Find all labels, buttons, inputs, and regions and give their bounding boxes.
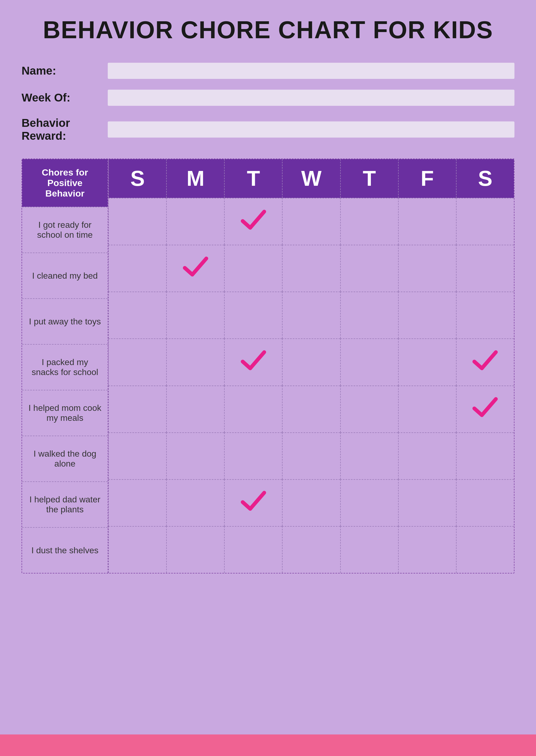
cell-row0-col5[interactable]	[398, 198, 456, 245]
name-row: Name:	[21, 63, 515, 79]
cell-row3-col5[interactable]	[398, 338, 456, 385]
cell-row0-col3[interactable]	[282, 198, 340, 245]
cell-row4-col6[interactable]	[456, 386, 514, 432]
cell-row1-col6[interactable]	[456, 245, 514, 292]
cell-row6-col0[interactable]	[108, 479, 166, 526]
cell-row1-col1[interactable]	[166, 245, 224, 292]
footer-bar	[0, 735, 536, 756]
day-header-0: S	[108, 159, 166, 198]
name-input[interactable]	[108, 63, 515, 79]
cell-row3-col3[interactable]	[282, 338, 340, 385]
chore-row-2: I put away the toys	[22, 298, 108, 344]
checkmark-icon	[240, 347, 267, 378]
cell-row4-col0[interactable]	[108, 386, 166, 432]
cell-row7-col0[interactable]	[108, 526, 166, 573]
cell-row5-col3[interactable]	[282, 432, 340, 479]
chore-row-6: I helped dad water the plants	[22, 481, 108, 527]
day-header-2: T	[224, 159, 282, 198]
cell-row7-col5[interactable]	[398, 526, 456, 573]
day-header-5: F	[398, 159, 456, 198]
cell-row5-col1[interactable]	[166, 432, 224, 479]
cell-row1-col2[interactable]	[224, 245, 282, 292]
chore-row-3: I packed my snacks for school	[22, 344, 108, 390]
checkmark-icon	[472, 394, 499, 425]
cell-row6-col2[interactable]	[224, 479, 282, 526]
cell-row0-col6[interactable]	[456, 198, 514, 245]
form-section: Name: Week Of: Behavior Reward:	[21, 63, 515, 142]
cell-row4-col3[interactable]	[282, 386, 340, 432]
reward-row: Behavior Reward:	[21, 116, 515, 142]
chores-column: Chores for Positive Behavior I got ready…	[22, 159, 108, 573]
day-header-1: M	[166, 159, 224, 198]
cell-row5-col6[interactable]	[456, 432, 514, 479]
cell-row6-col6[interactable]	[456, 479, 514, 526]
cell-row3-col6[interactable]	[456, 338, 514, 385]
cell-row7-col6[interactable]	[456, 526, 514, 573]
reward-label: Behavior Reward:	[21, 116, 108, 142]
cell-row3-col0[interactable]	[108, 338, 166, 385]
checkmark-icon	[240, 487, 267, 518]
reward-input[interactable]	[108, 121, 515, 138]
cell-row1-col0[interactable]	[108, 245, 166, 292]
checkmark-icon	[182, 253, 209, 284]
cell-row2-col6[interactable]	[456, 292, 514, 338]
cell-row2-col4[interactable]	[340, 292, 398, 338]
chores-header: Chores for Positive Behavior	[22, 159, 108, 207]
cell-row7-col4[interactable]	[340, 526, 398, 573]
chore-row-7: I dust the shelves	[22, 527, 108, 573]
cell-row2-col3[interactable]	[282, 292, 340, 338]
cell-row3-col2[interactable]	[224, 338, 282, 385]
chore-row-4: I helped mom cook my meals	[22, 390, 108, 436]
chore-row-0: I got ready for school on time	[22, 207, 108, 253]
cell-row1-col4[interactable]	[340, 245, 398, 292]
cell-row3-col4[interactable]	[340, 338, 398, 385]
cell-row5-col4[interactable]	[340, 432, 398, 479]
week-input[interactable]	[108, 90, 515, 106]
cell-row1-col5[interactable]	[398, 245, 456, 292]
days-grid: SMTWTFS	[108, 159, 514, 573]
cell-row7-col1[interactable]	[166, 526, 224, 573]
name-label: Name:	[21, 64, 108, 77]
cell-row7-col3[interactable]	[282, 526, 340, 573]
chore-row-5: I walked the dog alone	[22, 436, 108, 481]
cell-row2-col1[interactable]	[166, 292, 224, 338]
cell-row0-col2[interactable]	[224, 198, 282, 245]
cell-row4-col1[interactable]	[166, 386, 224, 432]
checkmark-icon	[240, 206, 267, 237]
cell-row0-col0[interactable]	[108, 198, 166, 245]
cell-row6-col4[interactable]	[340, 479, 398, 526]
cell-row0-col1[interactable]	[166, 198, 224, 245]
day-header-3: W	[282, 159, 340, 198]
cell-row7-col2[interactable]	[224, 526, 282, 573]
cell-row6-col5[interactable]	[398, 479, 456, 526]
cell-row2-col5[interactable]	[398, 292, 456, 338]
cell-row4-col5[interactable]	[398, 386, 456, 432]
cell-row2-col2[interactable]	[224, 292, 282, 338]
cell-row6-col1[interactable]	[166, 479, 224, 526]
cell-row2-col0[interactable]	[108, 292, 166, 338]
cell-row4-col2[interactable]	[224, 386, 282, 432]
page-title: BEHAVIOR CHORE CHART FOR KIDS	[21, 16, 515, 44]
day-header-4: T	[340, 159, 398, 198]
cell-row4-col4[interactable]	[340, 386, 398, 432]
cell-row6-col3[interactable]	[282, 479, 340, 526]
chart-container: Chores for Positive Behavior I got ready…	[21, 159, 515, 574]
week-row: Week Of:	[21, 90, 515, 106]
chore-row-1: I cleaned my bed	[22, 253, 108, 298]
cell-row5-col2[interactable]	[224, 432, 282, 479]
week-label: Week Of:	[21, 91, 108, 104]
day-header-6: S	[456, 159, 514, 198]
cell-row1-col3[interactable]	[282, 245, 340, 292]
cell-row3-col1[interactable]	[166, 338, 224, 385]
cell-row5-col5[interactable]	[398, 432, 456, 479]
cell-row5-col0[interactable]	[108, 432, 166, 479]
cell-row0-col4[interactable]	[340, 198, 398, 245]
checkmark-icon	[472, 347, 499, 378]
